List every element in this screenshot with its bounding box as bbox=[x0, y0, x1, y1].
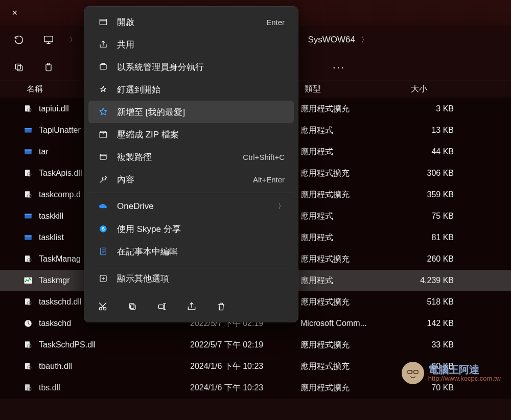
svg-rect-1 bbox=[17, 65, 22, 71]
file-date: 2024/1/6 下午 10:23 bbox=[190, 361, 300, 372]
svg-point-14 bbox=[29, 174, 30, 175]
menu-label: 複製路徑 bbox=[117, 151, 235, 163]
notepad-icon bbox=[98, 246, 109, 257]
file-date: 2024/1/6 下午 10:23 bbox=[190, 383, 300, 393]
watermark-title: 電腦王阿達 bbox=[428, 364, 501, 375]
menu-open[interactable]: 開啟 Enter bbox=[88, 11, 294, 33]
svg-point-38 bbox=[29, 388, 30, 389]
file-type: 應用程式擴充 bbox=[300, 383, 403, 393]
tab[interactable]: ✕ bbox=[0, 3, 30, 23]
file-type: 應用程式 bbox=[300, 232, 403, 243]
file-size: 13 KB bbox=[403, 126, 460, 135]
file-type: 應用程式 bbox=[300, 275, 403, 286]
watermark-url: http://www.kocpc.com.tw bbox=[428, 375, 501, 382]
svg-point-17 bbox=[29, 195, 30, 196]
svg-rect-50 bbox=[129, 304, 134, 308]
file-type-icon bbox=[22, 168, 34, 179]
pin-icon bbox=[98, 84, 109, 95]
menu-skype-share[interactable]: S 使用 Skype 分享 bbox=[88, 218, 294, 240]
menu-shortcut: Alt+Enter bbox=[253, 175, 285, 184]
file-type-icon bbox=[22, 103, 34, 114]
rename-icon[interactable] bbox=[155, 299, 169, 314]
file-type: 應用程式擴充 bbox=[300, 297, 403, 308]
file-name: TaskSchdPS.dll bbox=[39, 340, 190, 349]
share-icon bbox=[98, 39, 109, 50]
file-size: 44 KB bbox=[403, 147, 460, 156]
cut-icon[interactable] bbox=[96, 299, 110, 314]
open-icon bbox=[98, 16, 109, 28]
file-size: 4,239 KB bbox=[403, 276, 460, 285]
file-size: 260 KB bbox=[403, 254, 460, 264]
file-size: 359 KB bbox=[403, 190, 460, 199]
svg-rect-21 bbox=[25, 236, 32, 237]
shield-icon bbox=[98, 61, 109, 73]
menu-edit-notepad[interactable]: 在記事本中編輯 bbox=[88, 240, 294, 263]
menu-properties[interactable]: 內容 Alt+Enter bbox=[88, 168, 294, 191]
svg-rect-19 bbox=[25, 214, 32, 215]
chevron-right-icon: 〉 bbox=[278, 202, 285, 211]
menu-pin-start[interactable]: 釘選到開始 bbox=[88, 78, 294, 101]
svg-rect-9 bbox=[25, 128, 32, 129]
file-type-icon bbox=[22, 318, 34, 329]
column-type[interactable]: 類型 bbox=[305, 84, 411, 95]
file-type: Microsoft Comm... bbox=[300, 319, 403, 328]
menu-show-more[interactable]: 顯示其他選項 bbox=[88, 267, 294, 290]
svg-rect-51 bbox=[158, 305, 164, 309]
menu-label: OneDrive bbox=[117, 201, 270, 212]
menu-run-as-admin[interactable]: 以系統管理員身分執行 bbox=[88, 56, 294, 78]
svg-text:S: S bbox=[102, 226, 105, 231]
svg-rect-41 bbox=[102, 63, 105, 64]
svg-point-52 bbox=[405, 365, 421, 381]
close-tab-icon[interactable]: ✕ bbox=[10, 8, 19, 17]
file-type: 應用程式擴充 bbox=[300, 254, 403, 265]
file-type-icon bbox=[22, 125, 34, 136]
refresh-button[interactable] bbox=[10, 31, 28, 49]
file-type-icon bbox=[22, 361, 34, 372]
file-type: 應用程式 bbox=[300, 125, 403, 136]
file-type-icon bbox=[22, 339, 34, 351]
menu-compress-zip[interactable]: 壓縮成 ZIP 檔案 bbox=[88, 123, 294, 146]
menu-add-to-favorites[interactable]: 新增至 [我的最愛] bbox=[88, 101, 294, 123]
menu-share[interactable]: 共用 bbox=[88, 33, 294, 56]
menu-label: 壓縮成 ZIP 檔案 bbox=[117, 129, 285, 141]
menu-label: 在記事本中編輯 bbox=[117, 246, 285, 258]
file-type: 應用程式擴充 bbox=[300, 104, 403, 114]
file-type-icon bbox=[22, 232, 34, 243]
file-size: 142 KB bbox=[403, 319, 460, 328]
menu-label: 共用 bbox=[117, 39, 285, 51]
copy-path-icon bbox=[98, 151, 109, 162]
share-icon[interactable] bbox=[184, 299, 199, 314]
file-type: 應用程式擴充 bbox=[300, 340, 403, 351]
svg-point-24 bbox=[29, 260, 30, 261]
more-actions-button[interactable]: ··· bbox=[330, 59, 347, 76]
menu-onedrive[interactable]: OneDrive 〉 bbox=[88, 195, 294, 218]
svg-point-32 bbox=[29, 345, 30, 346]
menu-copy-path[interactable]: 複製路徑 Ctrl+Shift+C bbox=[88, 146, 294, 168]
onedrive-icon bbox=[98, 201, 109, 212]
breadcrumb-segment[interactable]: SysWOW64 bbox=[308, 35, 355, 45]
paste-button[interactable] bbox=[40, 59, 57, 76]
menu-separator bbox=[89, 292, 293, 292]
menu-label: 釘選到開始 bbox=[117, 84, 285, 96]
file-row[interactable]: TaskSchdPS.dll2022/5/7 下午 02:19應用程式擴充33 … bbox=[0, 334, 511, 356]
file-type: 應用程式擴充 bbox=[300, 361, 403, 372]
file-type-icon bbox=[22, 189, 34, 200]
file-size: 518 KB bbox=[403, 297, 460, 307]
svg-rect-39 bbox=[100, 19, 107, 25]
menu-label: 以系統管理員身分執行 bbox=[117, 61, 285, 73]
chevron-right-icon: 〉 bbox=[361, 35, 368, 44]
delete-icon[interactable] bbox=[214, 299, 228, 314]
copy-button[interactable] bbox=[10, 59, 28, 76]
column-size[interactable]: 大小 bbox=[411, 84, 467, 95]
this-pc-icon[interactable] bbox=[40, 31, 57, 49]
file-size: 306 KB bbox=[403, 169, 460, 178]
file-type-icon bbox=[22, 296, 34, 308]
file-name: tbauth.dll bbox=[39, 362, 190, 371]
breadcrumb[interactable]: SysWOW64 〉 bbox=[308, 35, 368, 45]
menu-label: 內容 bbox=[117, 174, 245, 185]
chevron-right-icon: 〉 bbox=[69, 35, 76, 44]
svg-rect-42 bbox=[100, 154, 106, 160]
svg-point-28 bbox=[29, 302, 30, 304]
svg-rect-2 bbox=[15, 64, 20, 69]
copy-icon[interactable] bbox=[125, 299, 140, 314]
